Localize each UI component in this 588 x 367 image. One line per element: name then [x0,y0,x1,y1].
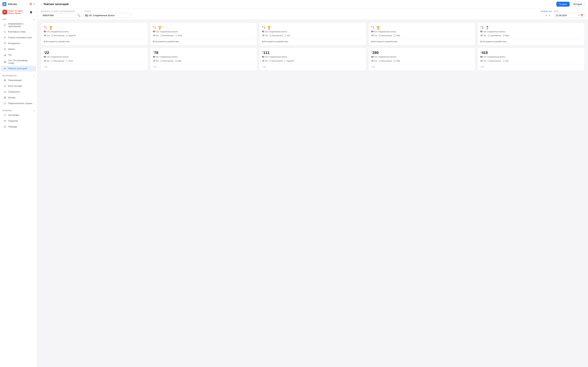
calendar-icon[interactable]: 📅 [580,14,583,17]
sidebar-item-keywords[interactable]: Ключевые слова [1,29,36,35]
svg-rect-94 [176,60,177,61]
svg-rect-77 [503,35,505,36]
aso-toggle[interactable]: ▲ [33,18,35,20]
country-filter: СТРАНА Выбрать все 🇺🇸 ✕ ▼ [84,10,552,18]
chevron-down-icon[interactable]: ▼ [548,14,551,17]
card-tag: Топ [44,34,50,37]
sidebar-header: ASO.dev 📌 ✉ [0,0,37,8]
svg-rect-88 [153,60,154,62]
country-clear-icon[interactable]: ✕ [545,14,547,17]
card-tags: Топ Бесплатные XrOs [44,60,145,62]
sidebar-label-top-keyword: Топ: По ключевому слову [8,59,34,64]
sidebar-label-settings: Настройки [8,114,19,116]
card-tags: Топ Бесплатные AppleTV [262,60,363,62]
category-rating-icon [3,67,7,70]
card-tag: iPad [393,34,400,37]
rewards-icon [3,125,7,128]
card-tag: Топ [153,34,159,37]
aso-section: АСО ▲ Информация о приложении Ключевые с… [0,16,37,72]
tools-section-title: ИНСТРУМЕНТЫ [2,75,17,77]
app-action-icons: 📱 ✎ [30,11,35,13]
current-app-info: Player for Apple Music: Meows [8,10,28,15]
app-name: ASO.dev [8,3,17,5]
svg-rect-9 [4,38,5,38]
profile-toggle[interactable]: ▲ [33,110,35,112]
by-date-button[interactable]: По дате [556,2,570,7]
svg-rect-32 [5,97,6,98]
sidebar-item-country-switch[interactable]: Переключатель страны [1,100,36,106]
svg-rect-29 [4,91,6,93]
svg-rect-7 [4,37,6,37]
sidebar-item-rewards[interactable]: Награды [1,124,36,130]
svg-rect-99 [264,60,264,62]
svg-point-28 [5,85,6,86]
pin-icon[interactable]: 📌 [29,3,32,5]
card-tag: iOS [284,34,290,37]
sidebar-item-spy[interactable]: Шпион [1,46,36,52]
sidebar-label-beta-testers: Бета-тестеры [8,85,22,87]
card-tag: Бесплатные [160,60,174,62]
card-category: ? All [371,65,473,68]
app-link-input[interactable] [41,13,82,18]
rating-card: #22 🇺🇸 US: Соединенные Штаты Топ Бесплат… [41,48,148,71]
card-rank: #415 [480,50,582,55]
sidebar-item-beta-testers[interactable]: Бета-тестеры [1,83,36,89]
card-tag: Бесплатные [378,34,392,37]
profile-section-header: ПРОФИЛЬ ▲ [0,108,37,112]
info-icon [3,24,7,26]
rating-card: #280 🇺🇸 US: Соединенные Штаты Топ Беспла… [368,48,476,71]
sidebar-item-competitors[interactable]: Конкуренты [1,41,36,46]
sidebar-item-icons[interactable]: Иконки [1,95,36,100]
sidebar-item-screenshots[interactable]: Скриншоты [1,89,36,95]
svg-rect-39 [44,35,45,36]
card-category: ⊠ Инструменты разработчика [153,39,254,43]
sidebar-item-category-rating[interactable]: Рейтинг категорий [1,66,36,71]
app-logo [2,2,7,6]
card-country: 🇺🇸 US: Соединенные Штаты [262,30,363,33]
sidebar-item-app-info[interactable]: Информация о приложении [1,21,36,29]
country-input[interactable] [84,13,131,18]
mobile-icon[interactable]: 📱 [30,11,32,13]
card-tag: Топ [153,60,159,62]
history-button[interactable]: История [571,2,585,7]
card-rank: #1 🏆 [44,25,145,30]
svg-rect-17 [5,55,5,56]
card-rank: #22 [44,50,145,55]
country-flag: 🇺🇸 [85,14,88,17]
card-tag: Mac [175,60,182,62]
edit-icon[interactable]: ✎ [33,11,35,13]
card-tag: Топ [480,60,486,62]
current-app-item[interactable]: Player for Apple Music: Meows 📱 ✎ [0,8,37,16]
svg-rect-16 [4,55,4,56]
profile-section: ПРОФИЛЬ ▲ Настройки Подписки Награды [0,107,37,131]
svg-rect-72 [481,35,482,36]
sidebar-item-keyword-list[interactable]: Список ключевых слов [1,35,36,41]
svg-rect-47 [153,35,154,36]
tools-section-header: ИНСТРУМЕНТЫ ▲ [0,74,37,77]
card-country: 🇺🇸 US: Соединенные Штаты [262,56,363,58]
back-button[interactable]: ‹ [41,3,42,6]
select-all-link[interactable]: Выбрать все [541,10,552,12]
app-link-filter: ДОБАВИТЬ ССЫЛКУ НА ПРИЛОЖЕНИЕ 🔍 [41,10,82,18]
rating-card: #1 🏆 🇺🇸 US: Соединенные Штаты Топ Беспла… [41,22,148,46]
svg-rect-20 [5,62,5,63]
sidebar-item-localization[interactable]: Локализация [1,77,36,83]
sidebar-label-country-switch: Переключатель страны [8,102,32,105]
date-clear-icon[interactable]: ✕ [578,14,580,17]
rating-card: #1 🏆 🇺🇸 US: Соединенные Штаты Топ Беспла… [368,22,476,46]
svg-rect-45 [66,35,68,36]
sidebar-item-top-keyword[interactable]: Топ: По ключевому слову [1,58,36,66]
sidebar-item-settings[interactable]: Настройки [1,112,36,118]
mail-icon[interactable]: ✉ [33,3,35,5]
country-label-row: СТРАНА Выбрать все [84,10,552,12]
beta-icon [3,84,7,88]
sidebar-item-subscriptions[interactable]: Подписки [1,118,36,124]
card-tag: Бесплатные [160,34,174,37]
svg-rect-106 [372,60,373,62]
sidebar-label-screenshots: Скриншоты [8,91,20,93]
date-filter-label: ДАТА [554,10,585,12]
sidebar-item-top[interactable]: Топ [1,52,36,58]
tools-toggle[interactable]: ▲ [33,75,35,77]
screenshots-icon [3,90,7,93]
date-input[interactable] [554,13,585,18]
